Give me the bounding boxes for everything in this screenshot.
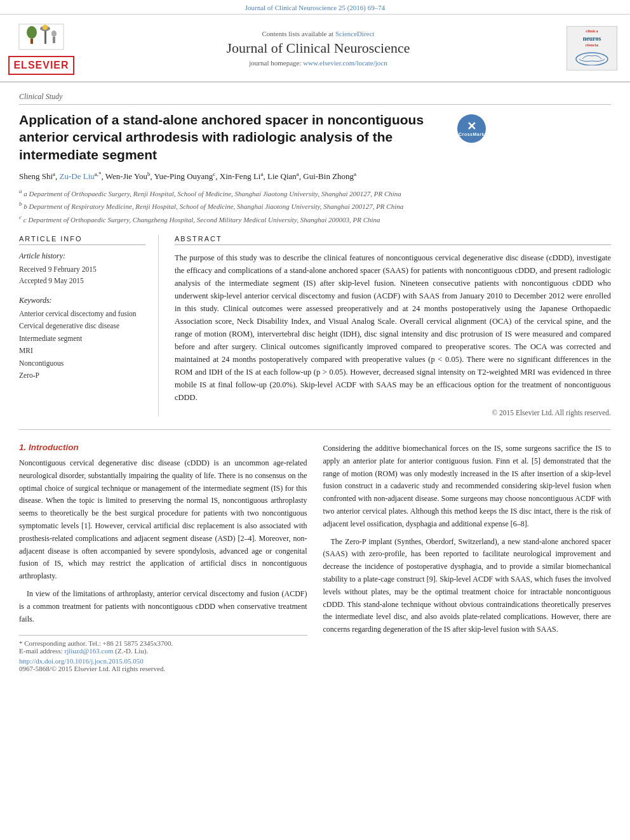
author-zude-liu[interactable]: Zu-De Liu xyxy=(60,171,95,181)
footnote-area: * Corresponding author. Tel.: +86 21 587… xyxy=(19,635,307,672)
abstract-text: The purpose of this study was to describ… xyxy=(175,251,611,404)
brain-icon xyxy=(573,50,611,65)
keyword-2: Cervical degenerative disc disease xyxy=(19,320,145,333)
author-sheng-shi: Sheng Shi xyxy=(19,171,53,181)
svg-rect-2 xyxy=(30,39,33,44)
affiliation-a: a a Department of Orthopaedic Surgery, R… xyxy=(19,187,611,199)
journal-logo-text: clinica neuros ciencia xyxy=(573,29,611,68)
section-divider xyxy=(19,429,611,430)
affiliation-b: b b Department of Respiratory Medicine, … xyxy=(19,199,611,212)
article-info-column: ARTICLE INFO Article history: Received 9… xyxy=(19,235,159,417)
main-content: Clinical Study Application of a stand-al… xyxy=(0,83,630,682)
history-heading: Article history: xyxy=(19,251,145,261)
crossmark-x-icon: ✕ xyxy=(467,121,476,132)
homepage-line: journal homepage: www.elsevier.com/locat… xyxy=(76,59,560,67)
author-lie-qian: Lie Qian xyxy=(267,171,297,181)
abstract-heading: ABSTRACT xyxy=(175,235,611,245)
abstract-column: ABSTRACT The purpose of this study was t… xyxy=(175,235,611,417)
article-info-heading: ARTICLE INFO xyxy=(19,235,145,245)
contents-text: Contents lists available at xyxy=(262,30,335,37)
elsevier-brand-text: ELSEVIER xyxy=(13,60,69,70)
journal-name-header: Journal of Clinical Neuroscience xyxy=(76,40,560,57)
journal-citation-text: Journal of Clinical Neuroscience 25 (201… xyxy=(245,4,385,11)
body-section: 1. Introduction Noncontiguous cervical d… xyxy=(19,443,611,672)
keywords-heading: Keywords: xyxy=(19,296,145,305)
article-title: Application of a stand-alone anchored sp… xyxy=(19,111,451,163)
author-yueping-ouyang: Yue-Ping Ouyang xyxy=(154,171,213,181)
issn-text: 0967-5868/© 2015 Elsevier Ltd. All right… xyxy=(19,665,307,672)
sciencedirect-line: Contents lists available at ScienceDirec… xyxy=(76,30,560,37)
affiliations: a a Department of Orthopaedic Surgery, R… xyxy=(19,187,611,225)
sciencedirect-link[interactable]: ScienceDirect xyxy=(335,30,375,37)
author-xinfeng-li: Xin-Feng Li xyxy=(220,171,261,181)
abstract-paragraph: The purpose of this study was to describ… xyxy=(175,251,611,404)
elsevier-tree-icon xyxy=(16,21,67,56)
crossmark-label: CrossMark xyxy=(459,132,485,137)
elsevier-logo: ELSEVIER xyxy=(13,21,70,75)
body-right-column: Considering the additive biomechanical f… xyxy=(323,443,612,672)
article-info-abstract-section: ARTICLE INFO Article history: Received 9… xyxy=(19,235,611,417)
keyword-6: Zero-P xyxy=(19,370,145,382)
right-para-1: Considering the additive biomechanical f… xyxy=(323,443,612,531)
accepted-date: Accepted 9 May 2015 xyxy=(19,275,145,286)
keyword-4: MRI xyxy=(19,345,145,357)
right-body-text: Considering the additive biomechanical f… xyxy=(323,443,612,636)
elsevier-text-box: ELSEVIER xyxy=(8,56,74,75)
header-center: Contents lists available at ScienceDirec… xyxy=(70,30,566,67)
svg-point-8 xyxy=(576,53,608,65)
corresponding-note: * Corresponding author. Tel.: +86 21 587… xyxy=(19,639,307,647)
introduction-text: Noncontiguous cervical degenerative disc… xyxy=(19,457,307,625)
keyword-1: Anterior cervical discectomy and fusion xyxy=(19,308,145,321)
introduction-heading: 1. Introduction xyxy=(19,443,307,452)
keywords-section: Keywords: Anterior cervical discectomy a… xyxy=(19,296,145,382)
journal-logo-box: clinica neuros ciencia xyxy=(566,26,617,70)
copyright-line: © 2015 Elsevier Ltd. All rights reserved… xyxy=(175,409,611,417)
svg-point-1 xyxy=(27,26,37,39)
author-guibin-zhong: Gui-Bin Zhong xyxy=(303,171,354,181)
svg-point-5 xyxy=(43,25,48,30)
intro-para-2: In view of the limitations of arthroplas… xyxy=(19,588,307,625)
article-type-label: Clinical Study xyxy=(19,92,611,105)
email-link[interactable]: rjliuzd@163.com xyxy=(64,647,113,655)
email-note: E-mail address: rjliuzd@163.com (Z.-D. L… xyxy=(19,647,307,655)
journal-header: ELSEVIER Contents lists available at Sci… xyxy=(0,15,630,83)
article-history: Article history: Received 9 February 201… xyxy=(19,251,145,287)
title-row: Application of a stand-alone anchored sp… xyxy=(19,111,611,171)
journal-citation-bar: Journal of Clinical Neuroscience 25 (201… xyxy=(0,0,630,15)
authors-line: Sheng Shia, Zu-De Liua,*, Wen-Jie Youb, … xyxy=(19,171,611,182)
intro-para-1: Noncontiguous cervical degenerative disc… xyxy=(19,457,307,583)
author-wenjie-you: Wen-Jie You xyxy=(105,171,147,181)
homepage-text: journal homepage: xyxy=(249,59,303,67)
svg-rect-7 xyxy=(53,37,55,43)
doi-link[interactable]: http://dx.doi.org/10.1016/j.jocn.2015.05… xyxy=(19,657,307,665)
keyword-5: Noncontiguous xyxy=(19,357,145,370)
body-left-column: 1. Introduction Noncontiguous cervical d… xyxy=(19,443,307,672)
keyword-3: Intermediate segment xyxy=(19,333,145,345)
affiliation-c: c c Department of Orthopaedic Surgery, C… xyxy=(19,213,611,225)
homepage-link[interactable]: www.elsevier.com/locate/jocn xyxy=(303,59,387,67)
crossmark-badge[interactable]: ✕ CrossMark xyxy=(457,114,486,143)
received-date: Received 9 February 2015 xyxy=(19,263,145,275)
svg-point-6 xyxy=(51,30,57,37)
right-para-2: The Zero-P implant (Synthes, Oberdorf, S… xyxy=(323,536,612,636)
